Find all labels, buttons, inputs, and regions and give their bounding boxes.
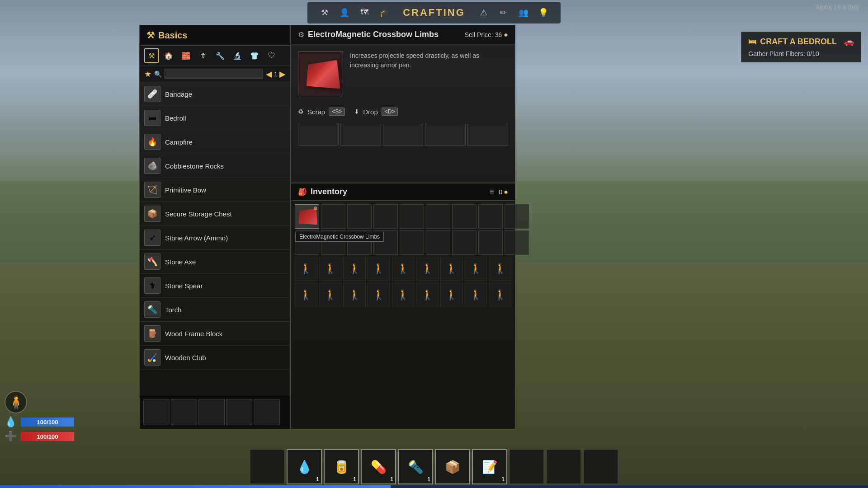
armor-slot-18[interactable]: 🚶 [489, 283, 511, 307]
armor-slot-6[interactable]: 🚶 [416, 257, 439, 281]
favorites-star[interactable]: ★ [144, 69, 151, 79]
hotbar-slot-7[interactable]: 📝 1 [472, 449, 507, 484]
cat-clothing[interactable]: 👕 [247, 48, 262, 63]
list-item[interactable]: 🪨 Cobblestone Rocks [140, 154, 290, 178]
item-box-visual [306, 60, 340, 89]
sell-price-value: 36 [495, 31, 502, 38]
cat-armor[interactable]: 🛡 [264, 48, 279, 63]
armor-slot-1[interactable]: 🚶 [295, 257, 317, 281]
hotbar-slot-4[interactable]: 💊 1 [361, 449, 396, 484]
search-input[interactable] [165, 69, 263, 79]
inv-slot[interactable] [478, 230, 503, 255]
ingredient-slot-3[interactable] [383, 124, 424, 145]
hotbar-slot-10[interactable] [583, 449, 618, 484]
armor-slot-7[interactable]: 🚶 [440, 257, 463, 281]
icon-party[interactable]: 👥 [515, 5, 532, 21]
armor-slot-16[interactable]: 🚶 [440, 283, 463, 307]
cat-melee[interactable]: 🗡 [196, 48, 210, 63]
icon-quest[interactable]: ⚠ [476, 5, 492, 21]
next-page-btn[interactable]: ▶ [279, 69, 286, 79]
craft-bedroll-header: 🛏 CRAFT A BEDROLL 🚗 [748, 37, 854, 47]
quick-slot-5[interactable] [254, 399, 280, 425]
inv-slot[interactable] [373, 204, 398, 229]
list-item[interactable]: 🗡 Stone Spear [140, 274, 290, 298]
inv-slot[interactable] [478, 204, 503, 229]
inv-slot[interactable] [452, 204, 476, 229]
cat-home[interactable]: 🏠 [161, 48, 176, 63]
icon-notes[interactable]: ✏ [495, 5, 512, 21]
icon-map[interactable]: 🗺 [356, 5, 373, 21]
inv-slot[interactable] [400, 230, 424, 255]
armor-slot-2[interactable]: 🚶 [319, 257, 342, 281]
quick-slot-3[interactable] [198, 399, 225, 425]
drop-action[interactable]: ⬇ Drop <D> [354, 108, 398, 116]
list-item[interactable]: 🪵 Wood Frame Block [140, 322, 290, 346]
ingredient-slot-2[interactable] [340, 124, 381, 145]
armor-slot-15[interactable]: 🚶 [416, 283, 439, 307]
ingredient-slot-1[interactable] [298, 124, 339, 145]
hotbar-slot-9[interactable] [546, 449, 581, 484]
inv-slot[interactable] [505, 204, 529, 229]
water-bar-bg: 100/100 [20, 417, 75, 427]
list-item[interactable]: 📦 Secure Storage Chest [140, 202, 290, 226]
armor-slot-13[interactable]: 🚶 [368, 283, 390, 307]
crossbow-tooltip: ElectroMagnetic Crossbow Limbs [295, 232, 384, 242]
arrow-label: Stone Arrow (Ammo) [165, 234, 228, 242]
hotbar-slot-3[interactable]: 🥫 1 [324, 449, 359, 484]
hotbar-slot-5[interactable]: 🔦 1 [398, 449, 433, 484]
cat-tools[interactable]: 🔧 [213, 48, 227, 63]
inv-slot[interactable] [452, 230, 476, 255]
inv-slot[interactable] [400, 204, 424, 229]
armor-slot-17[interactable]: 🚶 [465, 283, 487, 307]
armor-slot-10[interactable]: 🚶 [295, 283, 317, 307]
list-item[interactable]: 🩹 Bandage [140, 82, 290, 106]
icon-light[interactable]: 💡 [535, 5, 552, 21]
armor-slot-8[interactable]: 🚶 [465, 257, 487, 281]
armor-slot-4[interactable]: 🚶 [368, 257, 390, 281]
detail-header: ⚙ ElectroMagnetic Crossbow Limbs Sell Pr… [291, 25, 515, 44]
cat-hammer[interactable]: ⚒ [144, 48, 159, 63]
quick-slot-1[interactable] [143, 399, 170, 425]
hotbar-slot-6[interactable]: 📦 [435, 449, 470, 484]
quick-slot-2[interactable] [171, 399, 197, 425]
inv-slot[interactable] [426, 204, 450, 229]
list-item[interactable]: 🔦 Torch [140, 298, 290, 322]
inv-slot[interactable] [426, 230, 450, 255]
list-item[interactable]: 🏹 Primitive Bow [140, 178, 290, 202]
armor-slot-12[interactable]: 🚶 [343, 283, 366, 307]
hotbar-slot-2[interactable]: 💧 1 [287, 449, 322, 484]
detail-sell-price: Sell Price: 36 ● [465, 31, 508, 39]
hotbar-slot-8[interactable] [509, 449, 544, 484]
cat-medical[interactable]: 🔬 [230, 48, 245, 63]
list-item[interactable]: 🛏 Bedroll [140, 106, 290, 130]
list-item[interactable]: 🏑 Wooden Club [140, 346, 290, 370]
ingredient-slot-5[interactable] [467, 124, 508, 145]
icon-char[interactable]: 👤 [336, 5, 353, 21]
inventory-bag-icon: 🎒 [298, 188, 307, 196]
prev-page-btn[interactable]: ◀ [266, 69, 272, 79]
hotbar-slot-4-count: 1 [390, 476, 393, 483]
craft-bedroll-progress: Gather Plant Fibers: 0/10 [748, 50, 854, 57]
inv-slot[interactable] [505, 230, 529, 255]
inv-slot[interactable] [321, 204, 345, 229]
hotbar-slot-1[interactable] [250, 449, 285, 484]
cat-resources[interactable]: 🧱 [179, 48, 193, 63]
armor-slot-9[interactable]: 🚶 [489, 257, 511, 281]
ingredient-slot-4[interactable] [425, 124, 466, 145]
icon-craft[interactable]: ⚒ [316, 5, 333, 21]
armor-slot-11[interactable]: 🚶 [319, 283, 342, 307]
armor-slot-3[interactable]: 🚶 [343, 257, 366, 281]
armor-slot-14[interactable]: 🚶 [392, 283, 415, 307]
scrap-action[interactable]: ♻ Scrap <S> [298, 108, 345, 116]
icon-skills[interactable]: 🎓 [376, 5, 392, 21]
inv-slot-crossbow[interactable]: ElectroMagnetic Crossbow Limbs ⚙ [295, 204, 319, 229]
quick-slot-4[interactable] [226, 399, 252, 425]
sort-icon[interactable]: ≡ [489, 187, 494, 197]
list-item[interactable]: 🪓 Stone Axe [140, 250, 290, 274]
list-item[interactable]: ➶ Stone Arrow (Ammo) [140, 226, 290, 250]
xp-bar-bg [0, 485, 868, 488]
armor-slot-5[interactable]: 🚶 [392, 257, 415, 281]
list-item[interactable]: 🔥 Campfire [140, 130, 290, 154]
inv-slot[interactable] [347, 204, 372, 229]
craft-bedroll-label[interactable]: CRAFT A BEDROLL [760, 37, 837, 47]
